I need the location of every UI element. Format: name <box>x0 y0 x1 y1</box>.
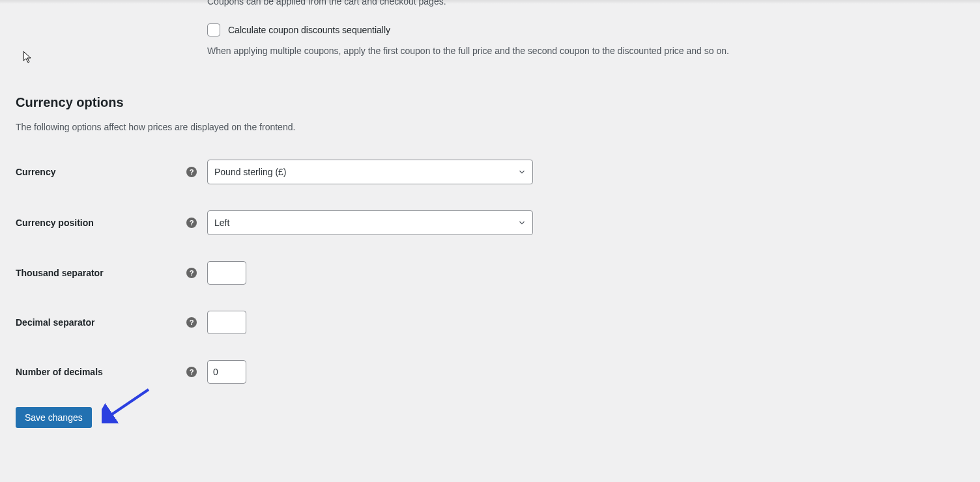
number-of-decimals-input[interactable] <box>207 360 246 384</box>
help-icon[interactable]: ? <box>186 317 197 328</box>
currency-position-label: Currency position <box>16 218 186 228</box>
help-icon[interactable]: ? <box>186 367 197 377</box>
sequential-discounts-label[interactable]: Calculate coupon discounts sequentially <box>228 25 390 35</box>
help-icon[interactable]: ? <box>186 268 197 278</box>
decimal-separator-label: Decimal separator <box>16 317 186 328</box>
thousand-separator-label: Thousand separator <box>16 268 186 278</box>
sequential-discounts-desc: When applying multiple coupons, apply th… <box>207 46 964 56</box>
currency-position-select[interactable]: Left <box>207 210 533 235</box>
sequential-discounts-checkbox[interactable] <box>207 23 220 36</box>
currency-select[interactable]: Pound sterling (£) <box>207 160 533 184</box>
number-of-decimals-label: Number of decimals <box>16 367 186 377</box>
currency-options-title: Currency options <box>16 95 964 110</box>
coupon-desc-truncated: Coupons can be applied from the cart and… <box>207 0 964 7</box>
save-changes-button[interactable]: Save changes <box>16 407 92 428</box>
currency-label: Currency <box>16 167 186 177</box>
help-icon[interactable]: ? <box>186 167 197 177</box>
currency-options-desc: The following options affect how prices … <box>16 122 964 132</box>
decimal-separator-input[interactable] <box>207 311 246 334</box>
help-icon[interactable]: ? <box>186 218 197 228</box>
thousand-separator-input[interactable] <box>207 261 246 285</box>
